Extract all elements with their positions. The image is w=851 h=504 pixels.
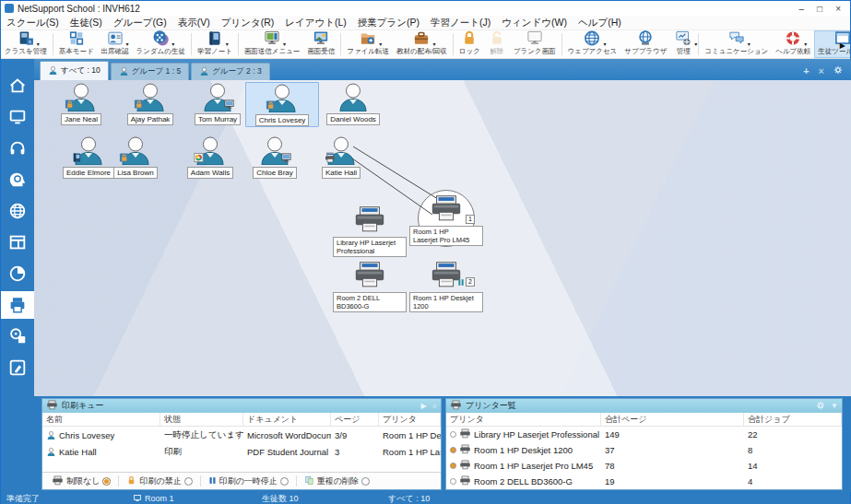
- toolbar-button-communicate[interactable]: ▾コミュニケーション: [701, 30, 772, 58]
- toolbar-button-random-student[interactable]: ▾ランダムの生徒: [133, 30, 189, 58]
- printer-room-1-hp-deskjet-1200[interactable]: 2Room 1 HP Deskjet1200: [402, 261, 491, 312]
- queue-column-header-4[interactable]: プリンタ: [379, 413, 441, 426]
- sidebar-item-audio[interactable]: [1, 135, 34, 162]
- panel-play-icon[interactable]: ▶: [421, 402, 427, 410]
- menu-item-0[interactable]: スクール(S): [1, 16, 65, 29]
- toolbar-button-admin[interactable]: ▾管理: [670, 30, 696, 58]
- student-daniel-woods[interactable]: Daniel Woods: [316, 82, 390, 125]
- student-chloe-bray[interactable]: Chloe Bray: [238, 135, 312, 179]
- toolbar-button-distribute[interactable]: ▾教材の配布/回収: [393, 30, 451, 58]
- student-katie-hall[interactable]: Katie Hall: [304, 135, 378, 179]
- printer-list-row[interactable]: Library HP Laserjet Professional14922: [446, 427, 842, 442]
- queue-control-lock[interactable]: 印刷の禁止: [123, 475, 195, 487]
- panel-gear-icon[interactable]: [816, 401, 825, 412]
- sidebar-item-surveys[interactable]: [1, 260, 34, 287]
- queue-control-printer[interactable]: 制限なし: [48, 475, 114, 487]
- print-queue-row[interactable]: Chris Lovesey一時停止していますMicrosoft WordDocu…: [42, 427, 441, 443]
- sidebar-item-layout[interactable]: [1, 229, 34, 256]
- plist-column-header-2[interactable]: 合計ジョブ: [744, 413, 842, 426]
- print-queue-row[interactable]: Katie Hall印刷PDF Student Journal KH3Room …: [42, 443, 441, 460]
- printer-list-row[interactable]: Room 1 HP Laserjet Pro LM457814: [446, 458, 842, 474]
- toolbar-button-file-transfer[interactable]: ▾ファイル転送: [343, 30, 393, 58]
- toolbar-button-attendance[interactable]: ▾出席確認: [98, 30, 133, 58]
- sidebar-item-planning[interactable]: [1, 166, 34, 193]
- job-count-badge: 2: [457, 274, 475, 290]
- printer-status-dot: [450, 463, 456, 469]
- queue-column-header-0[interactable]: 名前: [42, 413, 160, 426]
- plist-column-header-1[interactable]: 合計ページ: [601, 413, 744, 426]
- minimize-button[interactable]: –: [799, 4, 805, 14]
- printer-row-icon: [459, 475, 471, 487]
- panel-close-icon[interactable]: ×: [432, 402, 437, 411]
- queue-column-header-3[interactable]: ページ: [331, 413, 379, 426]
- tab-bar: すべて : 10グループ 1 : 5グループ 2 : 3 + ×: [34, 59, 851, 80]
- sidebar-item-web[interactable]: [1, 197, 34, 225]
- sidebar-item-home[interactable]: [1, 72, 34, 100]
- student-icon: [264, 83, 301, 116]
- queue-column-header-1[interactable]: 状態: [160, 413, 243, 426]
- panel-collapse-chevron-icon[interactable]: ▼: [831, 402, 838, 410]
- printer-list-row[interactable]: Room 1 HP Deskjet 1200378: [446, 442, 842, 458]
- queue-column-header-2[interactable]: ドキュメント: [243, 413, 331, 426]
- toolbar-button-show-menu[interactable]: ▾画面送信メニュー: [241, 30, 304, 58]
- printer-room-2-dell-bd3600-g[interactable]: Room 2 DELLBD3600-G: [325, 261, 414, 312]
- sidebar-item-monitor[interactable]: [1, 103, 34, 131]
- plist-column-header-0[interactable]: プリンタ: [446, 413, 601, 426]
- menu-item-9[interactable]: ヘルプ(H): [573, 16, 627, 29]
- toolbar-button-lock[interactable]: ロック: [455, 30, 484, 58]
- radio-indicator[interactable]: [280, 477, 289, 486]
- bottom-panels-region: 印刷キュー ▶ × 名前状態ドキュメントページプリンタ Chris Lovese…: [34, 396, 851, 492]
- student-lisa-brown[interactable]: Lisa Brown: [99, 135, 172, 179]
- menu-item-5[interactable]: レイアウト(L): [279, 16, 352, 29]
- toolbar-button-co-browser[interactable]: サブブラウザ: [621, 30, 670, 58]
- sidebar-item-resources[interactable]: [1, 322, 34, 350]
- student-chris-lovesey[interactable]: Chris Lovesey: [245, 82, 319, 127]
- toolbar-button-screen-receive[interactable]: 画面受信: [303, 30, 338, 58]
- toolbar-button-unlock[interactable]: 解除: [484, 30, 510, 58]
- radio-indicator[interactable]: [361, 477, 370, 486]
- queue-control-duplicates[interactable]: 重複の削除: [301, 475, 373, 487]
- queue-control-pause[interactable]: 印刷の一時停止: [205, 475, 292, 487]
- toolbar-button-web-access[interactable]: ▾ウェブアクセス: [564, 30, 621, 58]
- menu-item-4[interactable]: プリンタ(R): [216, 16, 280, 29]
- menu-item-3[interactable]: 表示(V): [172, 16, 216, 29]
- toolbar-separator: [53, 33, 53, 55]
- printer-row-icon: [459, 460, 471, 472]
- close-tab-icon[interactable]: ×: [819, 66, 824, 76]
- print-queue-controls: 制限なし印刷の禁止印刷の一時停止重複の削除: [42, 472, 441, 489]
- toolbar-button-help-request[interactable]: ▾ヘルプ依頼: [772, 30, 814, 58]
- group-tab-1[interactable]: グループ 1 : 5: [111, 63, 190, 80]
- toolbar-button-journal[interactable]: ▾学習ノート: [194, 30, 236, 58]
- menu-item-7[interactable]: 学習ノート(J): [425, 16, 496, 29]
- group-tab-2[interactable]: グループ 2 : 3: [191, 63, 270, 80]
- printer-list-row[interactable]: Room 2 DELL BD3600-G194: [446, 474, 842, 489]
- toolbar-overflow-arrow-icon[interactable]: ▶: [837, 41, 848, 50]
- printer-status-dot: [450, 478, 456, 485]
- pause-icon: [208, 475, 217, 487]
- sidebar-item-journal-pen[interactable]: [1, 354, 34, 381]
- radio-indicator[interactable]: [184, 477, 193, 486]
- menu-item-2[interactable]: グループ(G): [108, 16, 172, 29]
- sidebar-item-print[interactable]: [1, 291, 34, 319]
- student-tom-murray[interactable]: Tom Murray: [181, 82, 254, 125]
- printer-room-1-hp-laserjet-pro-lm45[interactable]: 1Room 1 HPLaserjet Pro LM45: [402, 194, 491, 246]
- close-button[interactable]: ×: [835, 4, 841, 14]
- student-jane-neal[interactable]: Jane Neal: [44, 82, 118, 125]
- toolbar-button-class-manage[interactable]: s▾クラスを管理: [1, 30, 51, 58]
- add-tab-icon[interactable]: +: [803, 66, 809, 76]
- student-adam-walls[interactable]: Adam Walls: [173, 135, 247, 179]
- student-ajay-pathak[interactable]: Ajay Pathak: [113, 82, 187, 125]
- group-tab-0[interactable]: すべて : 10: [40, 61, 109, 80]
- toolbar-button-blank-screen[interactable]: ブランク画面: [510, 30, 560, 58]
- printer-icon: [52, 475, 64, 487]
- toolbar-button-basic-mode[interactable]: 基本モード: [55, 30, 98, 58]
- printer-library-hp-laserjet-professional[interactable]: Library HP LaserjetProfessional: [325, 205, 414, 257]
- student-view-canvas: Jane NealAjay PathakTom MurrayChris Love…: [34, 80, 851, 396]
- menu-item-8[interactable]: ウィンドウ(W): [496, 16, 573, 29]
- maximize-button[interactable]: □: [817, 4, 822, 14]
- menu-item-6[interactable]: 授業プラン(P): [352, 16, 425, 29]
- menu-item-1[interactable]: 生徒(S): [65, 16, 108, 29]
- tab-settings-gear-icon[interactable]: [833, 65, 843, 76]
- toolbar-separator: [238, 33, 239, 55]
- radio-indicator[interactable]: [102, 477, 111, 486]
